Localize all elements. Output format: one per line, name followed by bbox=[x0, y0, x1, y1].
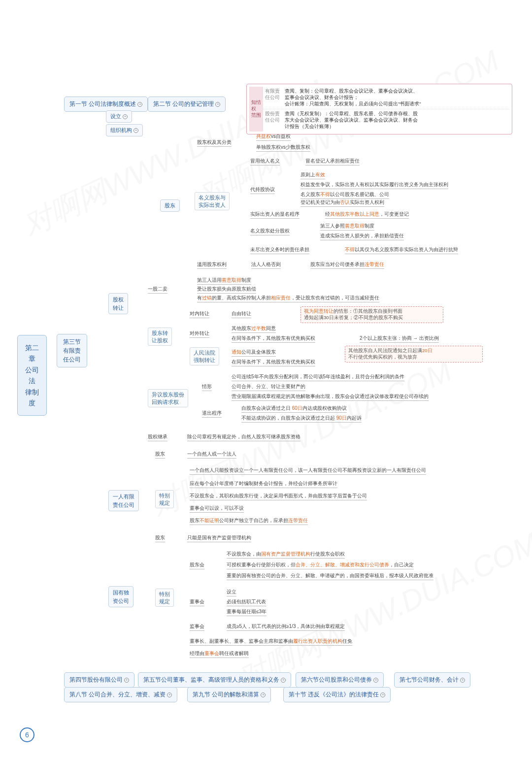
leaf: 股东应当对公司债务承担连带责任 bbox=[310, 261, 384, 269]
leaf: 公司合并、分立、转让主要财产的 bbox=[232, 383, 305, 391]
node-one-shareholder: 股东 bbox=[155, 451, 165, 459]
leaf: 营业期限届满或章程规定的其他解散事由出现，股东会会议通过决议修改章程使公司存续的 bbox=[232, 393, 429, 401]
leaf: 经其他股东半数以上同意，可变更登记 bbox=[325, 211, 409, 219]
node-gy-special: 特别规定 bbox=[155, 589, 174, 607]
node-dissent-buyback: 异议股东股份回购请求权 bbox=[148, 389, 188, 407]
collapse-icon[interactable]: + bbox=[133, 128, 138, 133]
info-row1-label: 有限责任公司 bbox=[265, 88, 285, 107]
info-row1-text: 查阅、复制：公司章程、股东会会议记录、董事会会议决议、监事会会议决议、财务会计报… bbox=[285, 88, 507, 107]
node-sec8: 第八节 公司合并、分立、增资、减资+ bbox=[64, 687, 177, 702]
leaf: 2个以上股东主张：协商 → 出资比例 bbox=[360, 335, 439, 343]
node-transfer-rights: 股东转让股权 bbox=[148, 328, 172, 346]
node-abuse: 滥用股东权利 bbox=[197, 261, 227, 269]
leaf: 共益权vs自益权 bbox=[256, 133, 291, 141]
leaf: 必须包括职工代表 bbox=[227, 598, 266, 606]
info-row2-label: 股份责任公司 bbox=[265, 111, 285, 130]
leaf: 造成实际出资人损失的，承担赔偿责任 bbox=[320, 232, 404, 240]
leaf: 受让股东损失由原股东赔偿 bbox=[197, 286, 256, 294]
leaf: 有过错的董、高或实际控制人承担相应责任，受让股东也有过错的，可适当减轻责任 bbox=[197, 295, 379, 302]
leaf: 自股东会决议通过之日 60日内达成股权收购协议 bbox=[241, 405, 347, 413]
node-sec6: 第六节公司股票和公司债券+ bbox=[296, 672, 384, 688]
leaf: 单独股东权vs少数股东权 bbox=[256, 144, 310, 152]
collapse-icon[interactable]: + bbox=[137, 102, 142, 107]
node-equity-transfer: 股权转让 bbox=[108, 293, 128, 314]
leaf: 一个自然人只能投资设立一个一人有限责任公司，该一人有限责任公司不能再投资设立新的… bbox=[190, 467, 426, 475]
node-gy-shareholder: 股东 bbox=[155, 534, 165, 542]
leaf: 董事每届任期≤3年 bbox=[227, 608, 266, 616]
leaf: 权益发生争议，实际出资人有权以其实际履行出资义务为由主张权利 bbox=[300, 181, 448, 189]
leaf: 除公司章程另有规定外，自然人股东可继承股东资格 bbox=[187, 433, 300, 441]
note-20days: 其他股东自人民法院通知之日起满20日不行使优先购买权的，视为放弃 bbox=[345, 346, 483, 362]
node-proxy-agreement: 代持股协议 bbox=[250, 186, 275, 194]
leaf: 在同等条件下，其他股东有优先购买权 bbox=[232, 359, 315, 366]
node-setup: 设立+ bbox=[106, 110, 132, 123]
leaf: 只能是国有资产监督管理机构 bbox=[187, 534, 251, 542]
leaf: 登记机关登记为由否认实际出资人权利 bbox=[300, 199, 384, 207]
node-exit: 退出程序 bbox=[202, 410, 222, 418]
collapse-icon[interactable]: + bbox=[373, 678, 378, 683]
leaf: 不设股东会，其职权由股东行使，决定采用书面形式，并由股东签字后置备于公司 bbox=[190, 493, 367, 500]
leaf: 在同等条件下，其他股东有优先购买权 bbox=[232, 335, 315, 343]
page-number: 6 bbox=[20, 727, 34, 742]
leaf: 成员≥5人，职工代表的比例≥1/3，具体比例由章程规定 bbox=[227, 623, 345, 631]
collapse-icon[interactable]: + bbox=[124, 678, 129, 683]
leaf: 一个自然人或一个法人 bbox=[187, 451, 236, 459]
leaf: 董事长、副董事长、董事、监事会主席和监事由履行出资人职责的机构任免 bbox=[190, 638, 352, 646]
leaf: 不能达成协议的，自股东会决议通过之日起 90日内起诉 bbox=[241, 415, 362, 423]
info-scope-label: 知情权范围 bbox=[249, 87, 263, 132]
node-unfulfilled: 未尽出资义务时的责任承担 bbox=[250, 246, 309, 254]
leaf: 股东不能证明公司财产独立于自己的，应承担连带责任 bbox=[190, 517, 308, 525]
leaf: 董事会可以设，可以不设 bbox=[190, 505, 244, 513]
root-node: 第二章公司法律制度 bbox=[17, 335, 47, 416]
info-row2-text: 查阅（无权复制）：公司章程、股东名册、公司债券存根、股东大会会议记录、董事会会议… bbox=[285, 111, 507, 130]
node-sec9: 第九节 公司的解散和清算+ bbox=[187, 687, 271, 702]
collapse-icon[interactable]: + bbox=[460, 678, 465, 683]
leaf: 经理由董事会聘任或者解聘 bbox=[190, 650, 249, 658]
node-dsh: 董事会 bbox=[190, 598, 204, 606]
node-sec2: 第二节 公司的登记管理+ bbox=[148, 97, 226, 112]
node-one-person: 一人有限责任公司 bbox=[108, 490, 139, 511]
leaf: 第三人适用善意取得制度 bbox=[197, 277, 251, 285]
node-gdh: 股东会 bbox=[190, 561, 204, 569]
node-jsh: 监事会 bbox=[190, 623, 204, 631]
node-inherit: 股权继承 bbox=[148, 433, 167, 441]
node-org: 组织机构+ bbox=[106, 124, 143, 136]
leaf: 设立 bbox=[227, 589, 236, 596]
node-dispose: 名义股东处分股权 bbox=[250, 228, 290, 235]
note-deemed-consent: 视为同意转让的情形：①其他股东自接到书面通知起满30日未答复；②不同意的股东不购… bbox=[300, 306, 443, 323]
node-shareholder: 股东 bbox=[160, 199, 180, 212]
node-court-force: 人民法院强制转让 bbox=[190, 347, 219, 365]
leaf: 名义股东不得以公司股东名册记载、公司 bbox=[300, 191, 389, 199]
leaf: 第三人参照善意取得制度 bbox=[320, 223, 374, 230]
node-internal: 对内转让 bbox=[190, 310, 209, 318]
collapse-icon[interactable]: + bbox=[215, 102, 220, 107]
node-sec1: 第一节 公司法律制度概述+ bbox=[64, 97, 148, 112]
node-sec5: 第五节公司董事、监事、高级管理人员的资格和义务+ bbox=[138, 672, 291, 688]
leaf: 公司连续5年不向股东分配利润，而公司该5年连续盈利，且符合分配利润的条件 bbox=[232, 373, 404, 381]
info-box-knowing-rights: 知情权范围 有限责任公司查阅、复制：公司章程、股东会会议记录、董事会会议决议、监… bbox=[246, 84, 512, 134]
leaf: 不得以其仅为名义股东而非实际出资人为由进行抗辩 bbox=[345, 246, 458, 254]
node-state-owned: 国有独资公司 bbox=[108, 586, 133, 607]
node-sec7: 第七节公司财务、会计+ bbox=[394, 672, 470, 688]
collapse-icon[interactable]: + bbox=[261, 692, 266, 697]
node-sec3: 第三节有限责任公司 bbox=[57, 334, 87, 367]
leaf: 冒名登记人承担相应责任 bbox=[305, 158, 360, 165]
collapse-icon[interactable]: + bbox=[167, 692, 172, 697]
collapse-icon[interactable]: + bbox=[123, 114, 128, 119]
leaf: 其他股东过半数同意 bbox=[232, 325, 276, 333]
node-external: 对外转让 bbox=[190, 330, 209, 338]
node-borrow-name: 冒用他人名义 bbox=[250, 158, 280, 165]
leaf: 通知公司及全体股东 bbox=[232, 349, 276, 357]
leaf: 法人人格否则 bbox=[251, 261, 281, 269]
node-shareholder-rights-cls: 股东权及其分类 bbox=[197, 139, 232, 147]
leaf: 不设股东会，由国有资产监督管理机构行使股东会职权 bbox=[227, 551, 345, 559]
collapse-icon[interactable]: + bbox=[380, 692, 385, 697]
collapse-icon[interactable]: + bbox=[281, 678, 286, 683]
leaf: 可授权董事会行使部分职权，但合并、分立、解散、增减资和发行公司债券，自己决定 bbox=[227, 561, 414, 569]
leaf: 原则上有效 bbox=[300, 171, 325, 179]
node-double-sale: 一股二卖 bbox=[148, 286, 167, 294]
node-nominal-actual: 名义股东与实际出资人 bbox=[195, 192, 230, 210]
leaf: 应在每个会计年度终了时编制财务会计报告，并经会计师事务所审计 bbox=[190, 480, 337, 488]
node-sec10: 第十节 违反《公司法》的法律责任+ bbox=[283, 687, 391, 702]
leaf: 重要的国有独资公司的合并、分立、解散、申请破产的，由国资委审核后，报本级人民政府… bbox=[227, 572, 433, 580]
